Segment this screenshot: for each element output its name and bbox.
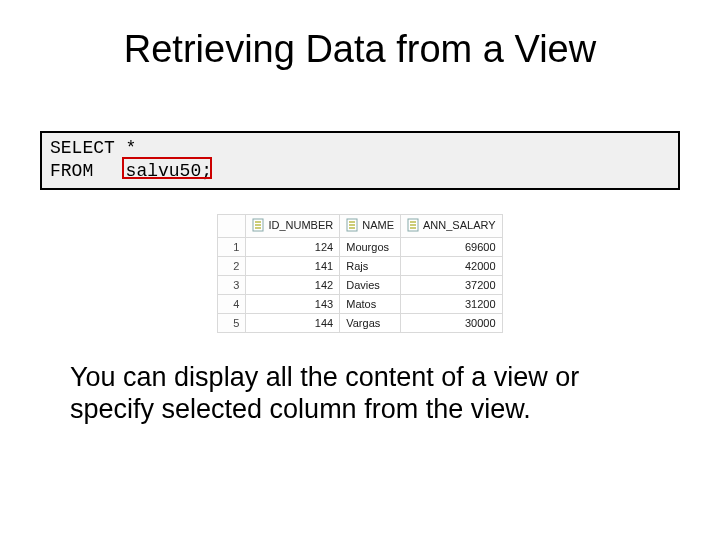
svg-rect-10 [410,224,416,226]
svg-rect-2 [255,224,261,226]
svg-rect-5 [349,221,355,223]
table-row: 3 142 Davies 37200 [218,276,502,295]
column-icon [252,218,264,232]
svg-rect-6 [349,224,355,226]
body-text: You can display all the content of a vie… [70,361,650,426]
header-ann-salary: ANN_SALARY [401,215,503,238]
table-body: 1 124 Mourgos 69600 2 141 Rajs 42000 3 1… [218,238,502,333]
header-blank [218,215,246,238]
svg-rect-11 [410,227,416,229]
column-icon [407,218,419,232]
table-row: 1 124 Mourgos 69600 [218,238,502,257]
slide: Retrieving Data from a View SELECT * FRO… [0,0,720,540]
table-header-row: ID_NUMBER NAME ANN_SALARY [218,215,502,238]
header-id-number: ID_NUMBER [246,215,340,238]
header-name: NAME [340,215,401,238]
svg-rect-3 [255,227,261,229]
slide-title: Retrieving Data from a View [40,28,680,71]
svg-rect-7 [349,227,355,229]
sql-code-box: SELECT * FROM salvu50; [40,131,680,190]
svg-rect-9 [410,221,416,223]
result-grid-wrap: ID_NUMBER NAME ANN_SALARY [40,214,680,333]
table-row: 5 144 Vargas 30000 [218,314,502,333]
table-row: 2 141 Rajs 42000 [218,257,502,276]
code-line-1: SELECT * [50,137,670,160]
code-line-2: FROM salvu50; [50,160,670,183]
column-icon [346,218,358,232]
result-table: ID_NUMBER NAME ANN_SALARY [217,214,502,333]
svg-rect-1 [255,221,261,223]
table-row: 4 143 Matos 31200 [218,295,502,314]
